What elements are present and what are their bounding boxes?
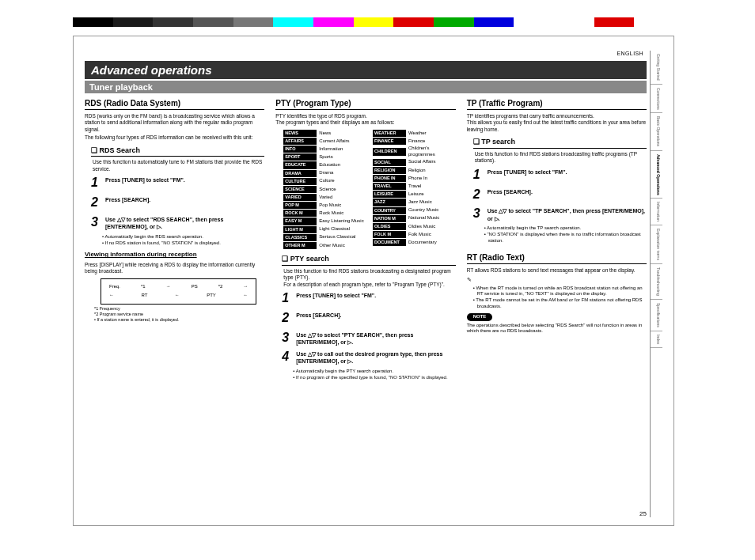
nav-item[interactable]: Index <box>651 331 662 348</box>
note-label: NOTE <box>467 313 493 321</box>
page-number: 25 <box>85 505 647 517</box>
step: 2Press [SEARCH]. <box>91 195 264 211</box>
pty-row: RELIGIONReligion <box>373 167 456 174</box>
body-text: Press [DISPLAY] while receiving a RDS to… <box>85 262 264 275</box>
step: 4Use △▽ to call out the desired program … <box>282 349 455 365</box>
pencil-icon: ✎ <box>467 277 647 283</box>
step: 1Press [TUNER] to select "FM". <box>91 175 264 191</box>
step: 3Use △▽ to select "TP SEARCH", then pres… <box>473 206 647 222</box>
rds-search-heading: RDS Search <box>91 146 264 157</box>
pty-row: DRAMADrama <box>283 170 366 177</box>
pty-row: OTHER MOther Music <box>283 242 366 249</box>
pty-row: VARIEDVaried <box>283 194 366 201</box>
pty-row: INFOInformation <box>283 146 366 153</box>
pty-row: LIGHT MLight Classical <box>283 226 366 233</box>
pty-row: DOCUMENTDocumentary <box>373 239 456 246</box>
tp-heading: TP (Traffic Program) <box>467 98 647 110</box>
pty-row: LEISURELeisure <box>373 191 456 198</box>
column-pty: PTY (Program Type) PTY identifies the ty… <box>275 98 455 381</box>
body-text: RT allows RDS stations to send text mess… <box>467 267 647 274</box>
step: 3Use △▽ to select "PTY SEARCH", then pre… <box>282 330 455 346</box>
pty-row: TRAVELTravel <box>373 183 456 190</box>
column-rds: RDS (Radio Data System) RDS (works only … <box>85 98 264 381</box>
rds-heading: RDS (Radio Data System) <box>85 98 264 110</box>
pty-row: FOLK MFolk Music <box>373 231 456 238</box>
pty-row: POP MPop Music <box>283 202 366 209</box>
pty-row: SCIENCEScience <box>283 186 366 193</box>
pty-row: AFFAIRSCurrent Affairs <box>283 138 366 145</box>
step: 1Press [TUNER] to select "FM". <box>473 167 647 184</box>
nav-item[interactable]: Getting Started <box>651 51 662 85</box>
pty-row: NEWSNews <box>283 130 366 137</box>
nav-item[interactable]: Troubleshooting <box>651 264 662 300</box>
column-tp-rt: TP (Traffic Program) TP identifies progr… <box>467 98 647 381</box>
pty-row: CULTURECulture <box>283 178 366 185</box>
pty-row: CLASSICSSerious Classical <box>283 234 366 241</box>
rt-heading: RT (Radio Text) <box>467 252 647 264</box>
pty-row: OLDIESOldies Music <box>373 223 456 230</box>
pty-row: FINANCEFinance <box>373 138 456 145</box>
pty-row: EASY MEasy Listening Music <box>283 218 366 225</box>
pty-row: SPORTSports <box>283 153 366 161</box>
body-text: Use this function to automatically tune … <box>85 159 264 172</box>
nav-item[interactable]: Basic Operations <box>651 113 662 150</box>
step: 2Press [SEARCH]. <box>473 187 647 203</box>
nav-item[interactable]: Specifications <box>651 300 662 331</box>
pty-row: PHONE INPhone In <box>373 175 456 182</box>
flow-diagram: Freq.*1→PS*2→ ←RT←PTY← <box>101 278 256 305</box>
pty-row: ROCK MRock Music <box>283 210 366 217</box>
step: 1Press [TUNER] to select "FM". <box>282 290 455 307</box>
tp-search-heading: TP search <box>473 138 647 149</box>
pty-row: EDUCATEEducation <box>283 161 366 168</box>
body-text: The following four types of RDS informat… <box>85 134 264 141</box>
nav-item[interactable]: Information <box>651 199 662 225</box>
page-title: Advanced operations <box>85 61 647 79</box>
viewing-heading: Viewing information during reception <box>85 251 264 259</box>
side-nav: Getting StartedConnectionsBasic Operatio… <box>650 51 662 517</box>
pty-search-heading: PTY search <box>282 255 455 266</box>
nav-item[interactable]: Advanced Operations <box>651 151 662 199</box>
body-text: Use this function to find RDS stations b… <box>467 151 647 165</box>
pty-row: CHILDRENChildren's programmes <box>373 146 456 158</box>
pty-row: NATION MNational Music <box>373 215 456 222</box>
body-text: PTY identifies the type of RDS program. <box>275 113 455 119</box>
nav-item[interactable]: Connections <box>651 85 662 114</box>
pty-row: WEATHERWeather <box>373 130 456 137</box>
note-text: The operations described below selecting… <box>467 323 647 335</box>
body-text: The program types and their displays are… <box>275 119 455 126</box>
language-label: ENGLISH <box>85 51 643 56</box>
pty-row: SOCIALSocial Affairs <box>373 159 456 166</box>
body-text: RDS (works only on the FM band) is a bro… <box>85 113 264 133</box>
nav-item[interactable]: Explanation terms <box>651 225 662 264</box>
pty-row: JAZZJazz Music <box>373 199 456 206</box>
section-title: Tuner playback <box>85 81 647 93</box>
body-text: Use this function to find RDS stations b… <box>275 268 455 282</box>
body-text: This allows you to easily find out the l… <box>467 119 647 133</box>
body-text: TP identifies programs that carry traffi… <box>467 113 647 119</box>
pty-heading: PTY (Program Type) <box>275 98 455 110</box>
body-text: For a description of each program type, … <box>275 282 455 288</box>
pty-row: COUNTRYCountry Music <box>373 207 456 214</box>
step: 3Use △▽ to select "RDS SEARCH", then pre… <box>91 214 264 231</box>
step: 2Press [SEARCH]. <box>282 310 455 327</box>
